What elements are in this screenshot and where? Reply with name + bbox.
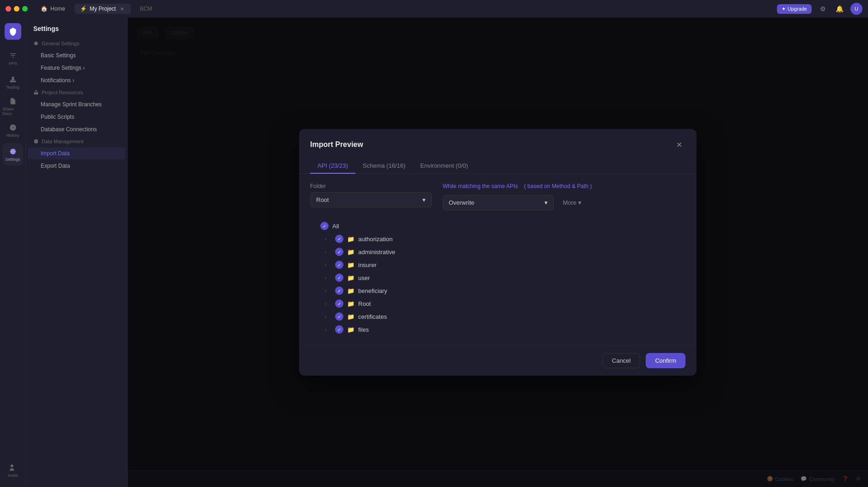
root-folder-icon: 📁 — [347, 300, 355, 307]
confirm-button[interactable]: Confirm — [646, 353, 685, 368]
files-checkbox[interactable] — [335, 325, 343, 334]
tab-environment[interactable]: Environment (0/0) — [413, 158, 475, 174]
modal-close-button[interactable]: ✕ — [672, 138, 685, 151]
sidebar-icons: APIs Testing Share Docs History Settings… — [0, 18, 26, 487]
administrative-checkbox[interactable] — [335, 248, 343, 256]
modal-overlay: Import Preview ✕ API (23/23) Schema (16/… — [128, 18, 868, 487]
root-chevron-icon: › — [325, 301, 331, 306]
general-settings-section: General Settings — [26, 38, 127, 49]
settings-titlebar-icon[interactable]: ⚙ — [817, 3, 828, 14]
nav-share-docs[interactable]: Share Docs — [3, 95, 23, 117]
nav-invite[interactable]: Invite — [3, 459, 23, 481]
sidebar-item-db[interactable]: Database Connections — [28, 123, 125, 135]
upgrade-icon: ✦ — [782, 6, 786, 12]
administrative-label: administrative — [358, 249, 395, 256]
tree-item-authorization[interactable]: › 📁 authorization — [325, 232, 685, 245]
close-traffic-light[interactable] — [6, 6, 11, 12]
svg-point-0 — [12, 150, 14, 152]
tree-item-files[interactable]: › 📁 files — [325, 323, 685, 336]
user-checkbox[interactable] — [335, 274, 343, 282]
tree-item-certificates[interactable]: › 📁 certificates — [325, 310, 685, 323]
import-preview-modal: Import Preview ✕ API (23/23) Schema (16/… — [299, 129, 697, 376]
project-resources-section: Project Resources — [26, 87, 127, 98]
avatar[interactable]: U — [850, 3, 862, 15]
tree-item-beneficiary[interactable]: › 📁 beneficiary — [325, 284, 685, 297]
cancel-button[interactable]: Cancel — [602, 353, 640, 368]
bcm-tab[interactable]: BCM — [134, 4, 158, 14]
project-tab[interactable]: ⚡ My Project ✕ — [74, 4, 131, 14]
matching-select[interactable]: Overwrite ▾ — [443, 195, 554, 210]
tree-item-root[interactable]: › 📁 Root — [325, 297, 685, 310]
modal-tabs: API (23/23) Schema (16/16) Environment (… — [299, 151, 697, 174]
certificates-folder-icon: 📁 — [347, 313, 355, 320]
tree-item-user[interactable]: › 📁 user — [325, 271, 685, 284]
main-layout: APIs Testing Share Docs History Settings… — [0, 18, 868, 487]
user-label: user — [358, 274, 370, 281]
modal-body: Folder Root ▾ While matching the same AP… — [299, 174, 697, 345]
tree-all-item[interactable]: All — [310, 219, 685, 232]
tab-api[interactable]: API (23/23) — [310, 158, 355, 174]
nav-testing[interactable]: Testing — [3, 71, 23, 93]
sidebar-item-basic[interactable]: Basic Settings — [28, 49, 125, 61]
nav-history[interactable]: History — [3, 119, 23, 141]
certificates-checkbox[interactable] — [335, 312, 343, 321]
sidebar-item-scripts[interactable]: Public Scripts — [28, 111, 125, 123]
nav-invite-label: Invite — [8, 473, 18, 478]
matching-value: Overwrite — [449, 199, 475, 206]
sidebar-item-export[interactable]: Export Data — [28, 160, 125, 172]
authorization-folder-icon: 📁 — [347, 236, 355, 243]
authorization-label: authorization — [358, 236, 392, 243]
sidebar-content: Settings General Settings Basic Settings… — [26, 18, 128, 487]
root-checkbox[interactable] — [335, 299, 343, 308]
authorization-checkbox[interactable] — [335, 235, 343, 243]
insurer-checkbox[interactable] — [335, 261, 343, 269]
root-label: Root — [358, 300, 371, 307]
tree-item-insurer[interactable]: › 📁 insurer — [325, 258, 685, 271]
nav-apis[interactable]: APIs — [3, 47, 23, 69]
main-content: File JMeter File Discovery Import Previe… — [128, 18, 868, 487]
upgrade-button[interactable]: ✦ Upgrade — [777, 4, 812, 14]
method-path-link[interactable]: Method & Path — [552, 183, 588, 189]
administrative-chevron-icon: › — [325, 250, 331, 255]
folder-chevron-icon: ▾ — [422, 196, 426, 203]
beneficiary-checkbox[interactable] — [335, 286, 343, 295]
nav-apis-label: APIs — [8, 61, 17, 66]
nav-testing-label: Testing — [6, 85, 19, 90]
home-label: Home — [50, 6, 65, 12]
form-row: Folder Root ▾ While matching the same AP… — [310, 183, 685, 210]
folder-value: Root — [316, 196, 329, 203]
modal-footer: Cancel Confirm — [299, 345, 697, 376]
authorization-chevron-icon: › — [325, 237, 331, 242]
home-icon: 🏠 — [41, 6, 48, 12]
nav-settings[interactable]: Settings — [3, 143, 23, 165]
titlebar-right: ✦ Upgrade ⚙ 🔔 U — [777, 3, 862, 15]
nav-share-docs-label: Share Docs — [3, 107, 23, 116]
nav-settings-label: Settings — [5, 157, 20, 162]
insurer-label: insurer — [358, 262, 377, 268]
minimize-traffic-light[interactable] — [14, 6, 19, 12]
maximize-traffic-light[interactable] — [22, 6, 28, 12]
tree-item-administrative[interactable]: › 📁 administrative — [325, 245, 685, 258]
more-button[interactable]: More ▾ — [557, 195, 587, 210]
tab-schema[interactable]: Schema (16/16) — [355, 158, 413, 174]
notifications-icon[interactable]: 🔔 — [834, 3, 845, 14]
traffic-lights — [6, 6, 28, 12]
all-checkbox[interactable] — [320, 222, 329, 230]
user-folder-icon: 📁 — [347, 274, 355, 281]
sidebar-item-feature[interactable]: Feature Settings › — [28, 62, 125, 74]
beneficiary-folder-icon: 📁 — [347, 287, 355, 294]
bcm-label: BCM — [140, 6, 153, 12]
all-label: All — [332, 223, 339, 230]
data-management-section: Data Management — [26, 136, 127, 147]
sidebar-item-notifications[interactable]: Notifications › — [28, 74, 125, 86]
app-logo — [5, 23, 21, 40]
home-tab[interactable]: 🏠 Home — [35, 4, 71, 14]
sidebar-item-import[interactable]: Import Data — [28, 147, 125, 159]
sidebar-item-sprint[interactable]: Manage Sprint Branches — [28, 98, 125, 110]
insurer-chevron-icon: › — [325, 262, 331, 268]
files-chevron-icon: › — [325, 327, 331, 332]
api-tree: All › 📁 authorization › — [310, 219, 685, 336]
project-tab-close[interactable]: ✕ — [119, 6, 125, 12]
folder-select[interactable]: Root ▾ — [310, 192, 432, 207]
insurer-folder-icon: 📁 — [347, 262, 355, 268]
